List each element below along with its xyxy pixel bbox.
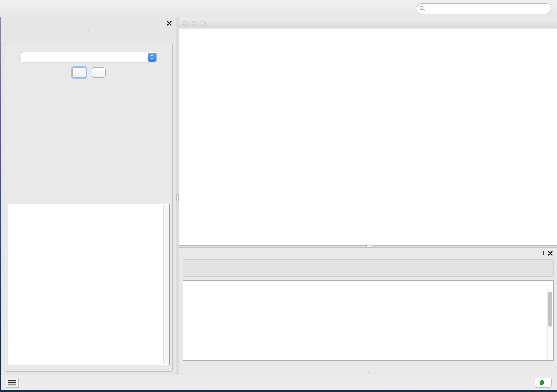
vertical-splitter-grip[interactable] — [176, 194, 179, 201]
close-panel-icon[interactable] — [167, 21, 172, 26]
window-minimize-icon[interactable] — [192, 21, 197, 26]
table-scrollbar-thumb[interactable] — [548, 292, 552, 327]
control-panel-header — [1, 17, 176, 29]
control-panel — [1, 17, 176, 375]
task-list-button[interactable] — [6, 378, 19, 388]
run-mcds-button[interactable] — [72, 67, 86, 78]
table-toolbar — [183, 259, 554, 277]
table-scrollbar[interactable] — [547, 289, 553, 360]
search-icon — [419, 6, 425, 11]
status-bar — [1, 375, 557, 390]
table-panel-header — [179, 248, 557, 259]
mcds-tab-content — [5, 43, 173, 372]
select-stepper-icon — [148, 53, 156, 62]
memory-button[interactable] — [535, 378, 552, 388]
list-icon — [8, 380, 16, 386]
network-canvas[interactable] — [179, 29, 557, 245]
node-table — [183, 280, 554, 361]
mcds-result-groupbox — [8, 204, 170, 365]
network-graph[interactable] — [179, 29, 557, 246]
float-panel-icon[interactable] — [159, 21, 163, 25]
desktop — [0, 0, 557, 392]
cytoscape-window — [1, 0, 557, 390]
mcds-result-list[interactable] — [9, 206, 163, 364]
close-panel-button[interactable] — [92, 67, 106, 78]
window-close-icon[interactable] — [183, 21, 188, 26]
search-input[interactable] — [416, 3, 551, 14]
search-field-wrap — [416, 3, 551, 14]
memory-status-icon — [540, 380, 544, 385]
close-table-panel-icon[interactable] — [548, 251, 553, 256]
right-area — [179, 17, 557, 375]
network-window — [179, 19, 557, 246]
horizontal-splitter-grip[interactable] — [366, 244, 372, 248]
float-table-panel-icon[interactable] — [540, 251, 544, 255]
table-panel — [179, 248, 557, 375]
network-window-titlebar[interactable] — [179, 19, 557, 28]
window-maximize-icon[interactable] — [201, 21, 206, 26]
mcds-result-scrollbar[interactable] — [163, 205, 169, 364]
vertical-splitter[interactable] — [176, 17, 179, 375]
optimization-criterion-select[interactable] — [21, 52, 157, 62]
control-panel-tabs — [88, 30, 89, 31]
table-tabs — [368, 372, 369, 373]
